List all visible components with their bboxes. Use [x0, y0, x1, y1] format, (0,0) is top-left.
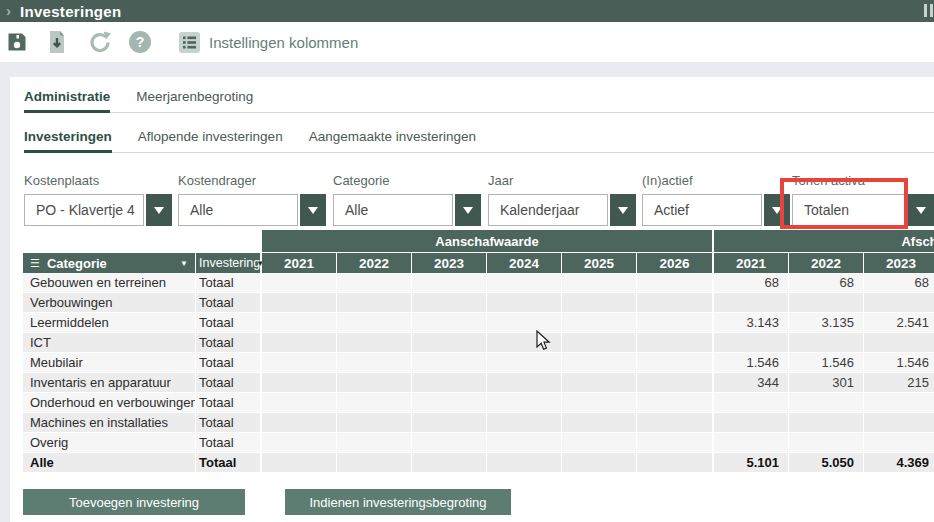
cell-value [864, 393, 934, 412]
column-header-label: Categorie [47, 256, 107, 271]
cell-value [412, 353, 487, 372]
cell-value [714, 413, 789, 432]
table-row[interactable]: Gebouwen en terreinenTotaal686868 [23, 273, 934, 293]
filter-label: Kostendrager [178, 173, 326, 188]
cell-category: Machines en installaties [23, 413, 195, 432]
cell-investering: Totaal [196, 373, 260, 392]
cell-value [412, 393, 487, 412]
cell-value [487, 273, 562, 292]
cell-value [637, 433, 712, 452]
cell-value [637, 353, 712, 372]
cell-value [637, 373, 712, 392]
select-value[interactable]: Alle [333, 194, 453, 226]
kostendrager-select[interactable]: Alle [178, 194, 326, 226]
column-header-year[interactable]: 2021 [262, 253, 337, 273]
table-row-total[interactable]: AlleTotaal5.1015.0504.369 [23, 453, 934, 473]
chevron-down-icon[interactable] [146, 194, 172, 226]
cell-investering: Totaal [196, 393, 260, 412]
add-investment-button[interactable]: Toevoegen investering [23, 489, 245, 515]
cell-value [864, 413, 934, 432]
cell-value: 301 [789, 373, 864, 392]
cell-value: 215 [864, 373, 934, 392]
help-icon[interactable]: ? [129, 31, 151, 53]
select-value[interactable]: Alle [178, 194, 298, 226]
cell-value [337, 313, 412, 332]
table-row[interactable]: Machines en installatiesTotaal [23, 413, 934, 433]
table-row[interactable]: ICTTotaal [23, 333, 934, 353]
select-value[interactable]: Kalenderjaar [488, 194, 608, 226]
table-row[interactable]: Inventaris en apparatuurTotaal344301215 [23, 373, 934, 393]
tab-administratie[interactable]: Administratie [24, 89, 110, 113]
table-row[interactable]: MeubilairTotaal1.5461.5461.546 [23, 353, 934, 373]
chevron-down-icon[interactable] [455, 194, 481, 226]
cell-value: 68 [864, 273, 934, 292]
column-header-year[interactable]: 2021 [714, 253, 789, 273]
jaar-select[interactable]: Kalenderjaar [488, 194, 636, 226]
cell-value [337, 453, 412, 472]
column-header-year[interactable]: 2022 [789, 253, 864, 273]
tab-meerjarenbegroting[interactable]: Meerjarenbegroting [136, 89, 253, 113]
tonen-activa-select[interactable]: Totalen [792, 194, 934, 226]
column-header-year[interactable]: 2023 [412, 253, 487, 273]
cell-value [262, 313, 337, 332]
column-header-year[interactable]: 2024 [487, 253, 562, 273]
table-row[interactable]: OverigTotaal [23, 433, 934, 453]
cell-value [262, 433, 337, 452]
cell-value [337, 373, 412, 392]
inactief-select[interactable]: Actief [642, 194, 790, 226]
column-header-year[interactable]: 2023 [864, 253, 934, 273]
tab-aangemaakte-investeringen[interactable]: Aangemaakte investeringen [309, 129, 476, 153]
cell-value [714, 393, 789, 412]
cell-value [412, 313, 487, 332]
refresh-icon[interactable] [87, 30, 113, 54]
cell-value [864, 433, 934, 452]
filter-inactief: (In)actief Actief [642, 173, 790, 226]
cell-value: 68 [714, 273, 789, 292]
column-header-year[interactable]: 2025 [562, 253, 637, 273]
column-header-categorie[interactable]: ☰ Categorie ▼ [23, 253, 195, 273]
cell-value [714, 293, 789, 312]
select-value[interactable]: Totalen [792, 194, 906, 226]
cell-category: Alle [23, 453, 195, 472]
chevron-down-icon[interactable] [764, 194, 790, 226]
settings-columns-label[interactable]: Instellingen kolommen [209, 34, 358, 51]
columns-icon[interactable] [179, 32, 200, 53]
column-header-year[interactable]: 2022 [337, 253, 412, 273]
table-column-header-row: ☰ Categorie ▼ Investering ▼ 2021 2022 20… [23, 253, 934, 273]
cell-value [637, 293, 712, 312]
column-header-investering[interactable]: Investering ▼ [196, 253, 260, 273]
select-value[interactable]: Actief [642, 194, 762, 226]
chevron-down-icon[interactable] [300, 194, 326, 226]
filter-label: Tonen activa [792, 173, 934, 188]
kostenplaats-select[interactable]: PO - Klavertje 4 [24, 194, 172, 226]
menu-icon[interactable]: ☰ [30, 257, 40, 270]
cell-investering: Totaal [196, 313, 260, 332]
cell-value [487, 393, 562, 412]
chevron-down-icon[interactable] [908, 194, 934, 226]
table-row[interactable]: VerbouwingenTotaal [23, 293, 934, 313]
cell-value: 4.369 [864, 453, 934, 472]
export-icon[interactable] [47, 30, 67, 54]
cell-value [412, 373, 487, 392]
cell-category: Leermiddelen [23, 313, 195, 332]
cell-value [487, 333, 562, 352]
page-title: Investeringen [20, 3, 121, 20]
cell-value [337, 433, 412, 452]
cell-value [562, 333, 637, 352]
categorie-select[interactable]: Alle [333, 194, 481, 226]
tab-aflopende-investeringen[interactable]: Aflopende investeringen [138, 129, 283, 153]
table-row[interactable]: Onderhoud en verbouwingenTotaal [23, 393, 934, 413]
column-header-year[interactable]: 2026 [637, 253, 712, 273]
select-value[interactable]: PO - Klavertje 4 [24, 194, 144, 226]
cell-value [487, 413, 562, 432]
save-icon[interactable] [7, 32, 27, 52]
chevron-down-icon[interactable] [610, 194, 636, 226]
cell-value [637, 313, 712, 332]
cell-value: 1.546 [714, 353, 789, 372]
table-row[interactable]: LeermiddelenTotaal3.1433.1352.541 [23, 313, 934, 333]
tab-investeringen[interactable]: Investeringen [24, 129, 112, 153]
chevron-down-icon[interactable]: ▼ [180, 259, 188, 268]
cell-value [637, 453, 712, 472]
cell-category: Meubilair [23, 353, 195, 372]
submit-investment-budget-button[interactable]: Indienen investeringsbegroting [285, 489, 511, 515]
